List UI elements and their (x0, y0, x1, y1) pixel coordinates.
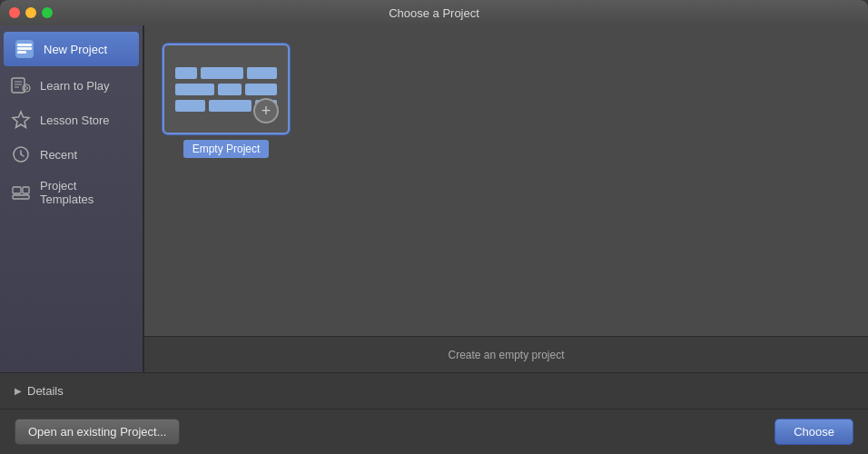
svg-rect-17 (13, 195, 29, 199)
body-area: New Project Learn to Play (0, 25, 868, 372)
minimize-button[interactable] (25, 7, 36, 18)
project-area: + Empty Project (144, 25, 868, 336)
svg-rect-1 (17, 44, 32, 46)
window-title: Choose a Project (389, 6, 479, 20)
project-grid: + Empty Project (163, 44, 850, 158)
main-window: Choose a Project New Project (0, 0, 868, 454)
svg-rect-16 (23, 187, 29, 193)
svg-rect-4 (12, 78, 25, 93)
empty-project-thumbnail: + (163, 44, 290, 134)
svg-line-10 (25, 88, 28, 90)
svg-line-14 (21, 154, 24, 156)
close-button[interactable] (9, 7, 20, 18)
sidebar-item-lesson-store[interactable]: Lesson Store (0, 103, 143, 137)
sidebar-label-project-templates: Project Templates (40, 179, 132, 206)
choose-button[interactable]: Choose (774, 419, 853, 445)
button-bar: Open an existing Project... Choose (0, 410, 868, 454)
empty-project-label: Empty Project (183, 140, 270, 158)
details-bar[interactable]: ▶ Details (0, 373, 868, 410)
sidebar-item-new-project[interactable]: New Project (4, 32, 139, 66)
svg-marker-11 (13, 112, 29, 128)
svg-rect-3 (17, 51, 26, 54)
sidebar-label-lesson-store: Lesson Store (40, 114, 110, 127)
sidebar-item-recent[interactable]: Recent (0, 137, 143, 172)
learn-to-play-icon (11, 75, 31, 95)
status-bar: Create an empty project (144, 336, 868, 372)
sidebar-label-recent: Recent (40, 148, 77, 162)
new-project-icon (15, 39, 35, 59)
content-wrapper: + Empty Project Create an empty project (144, 25, 868, 372)
title-bar: Choose a Project (0, 0, 868, 25)
maximize-button[interactable] (42, 7, 53, 18)
window-controls (9, 7, 53, 18)
recent-icon (11, 144, 31, 164)
empty-project-card[interactable]: + Empty Project (163, 44, 290, 158)
details-arrow-icon: ▶ (15, 386, 22, 396)
svg-rect-15 (13, 187, 21, 193)
open-existing-button[interactable]: Open an existing Project... (15, 419, 180, 445)
status-text: Create an empty project (448, 349, 564, 361)
sidebar-label-learn-to-play: Learn to Play (40, 79, 110, 93)
svg-point-8 (23, 84, 30, 92)
sidebar: New Project Learn to Play (0, 25, 143, 372)
details-toggle[interactable]: ▶ Details (15, 384, 64, 398)
footer-area: ▶ Details Open an existing Project... Ch… (0, 372, 868, 454)
svg-rect-2 (17, 47, 32, 50)
sidebar-item-project-templates[interactable]: Project Templates (0, 172, 143, 213)
plus-icon: + (253, 98, 279, 123)
sidebar-label-new-project: New Project (44, 43, 107, 56)
sidebar-item-learn-to-play[interactable]: Learn to Play (0, 68, 143, 103)
details-label: Details (27, 384, 64, 398)
lesson-store-icon (11, 110, 31, 130)
project-templates-icon (11, 183, 31, 202)
